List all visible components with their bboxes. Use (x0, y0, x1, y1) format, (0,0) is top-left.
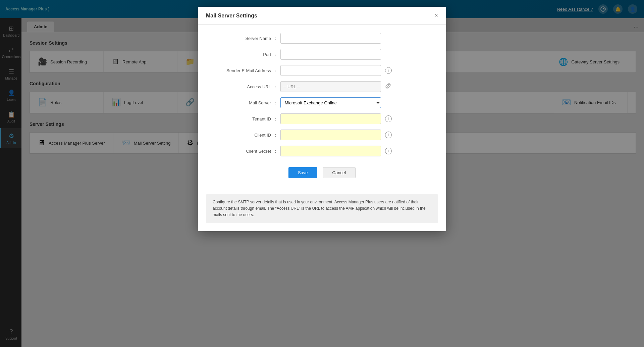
info-icon-client-id[interactable]: i (385, 132, 392, 138)
mail-server-settings-modal: Mail Server Settings × Server Name : Por… (198, 7, 446, 231)
input-port[interactable] (280, 49, 381, 60)
input-tenant-id[interactable] (280, 113, 381, 124)
label-port: Port (214, 52, 271, 57)
form-row-access-url: Access URL : (214, 81, 430, 92)
label-tenant-id: Tenant ID (214, 116, 271, 121)
info-icon-sender-email[interactable]: i (385, 67, 392, 74)
label-server-name: Server Name (214, 36, 271, 41)
modal-info-box: Configure the SMTP server details that i… (206, 194, 438, 223)
cancel-button[interactable]: Cancel (323, 167, 356, 178)
label-client-secret: Client Secret (214, 149, 271, 154)
modal-close-button[interactable]: × (434, 12, 438, 19)
label-mail-server: Mail Server (214, 100, 271, 105)
modal-buttons: Save Cancel (214, 162, 430, 186)
label-sender-email: Sender E-Mail Address (214, 68, 271, 73)
form-row-sender-email: Sender E-Mail Address : i (214, 65, 430, 76)
modal-header: Mail Server Settings × (198, 7, 446, 25)
input-access-url[interactable] (280, 81, 381, 92)
label-access-url: Access URL (214, 84, 271, 89)
save-button[interactable]: Save (288, 167, 317, 178)
info-icon-tenant-id[interactable]: i (385, 115, 392, 122)
form-row-tenant-id: Tenant ID : i (214, 113, 430, 124)
input-client-secret[interactable] (280, 146, 381, 156)
select-mail-server[interactable]: Microsoft Exchange Online SMTP Gmail Cus… (280, 97, 381, 108)
form-row-mail-server: Mail Server : Microsoft Exchange Online … (214, 97, 430, 108)
input-client-id[interactable] (280, 130, 381, 140)
input-server-name[interactable] (280, 33, 381, 44)
form-row-port: Port : (214, 49, 430, 60)
modal-body: Server Name : Port : Sender E-Mail Addre… (198, 25, 446, 194)
link-icon[interactable] (385, 83, 391, 90)
label-client-id: Client ID (214, 133, 271, 138)
modal-overlay: Mail Server Settings × Server Name : Por… (0, 0, 644, 347)
form-row-client-id: Client ID : i (214, 130, 430, 140)
form-row-server-name: Server Name : (214, 33, 430, 44)
info-icon-client-secret[interactable]: i (385, 148, 392, 154)
modal-title: Mail Server Settings (206, 13, 257, 19)
input-sender-email[interactable] (280, 65, 381, 76)
form-row-client-secret: Client Secret : i (214, 146, 430, 156)
